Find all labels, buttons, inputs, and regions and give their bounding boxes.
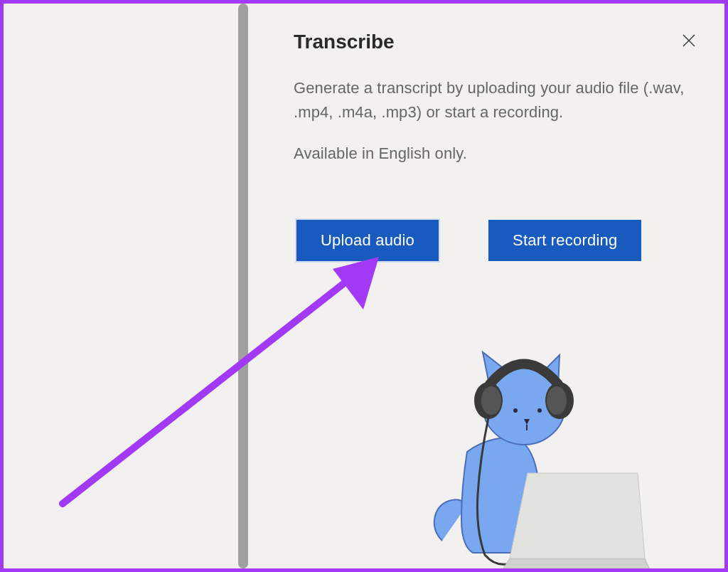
svg-point-4: [481, 386, 501, 415]
panel-header: Transcribe: [294, 31, 696, 53]
button-row: Upload audio Start recording: [296, 220, 696, 261]
document-area: [4, 4, 238, 568]
close-icon[interactable]: [682, 33, 696, 51]
panel-title: Transcribe: [294, 31, 395, 53]
upload-audio-button[interactable]: Upload audio: [296, 220, 439, 261]
cat-illustration: [417, 345, 652, 572]
svg-point-6: [547, 386, 567, 415]
svg-point-7: [513, 408, 518, 413]
svg-point-8: [537, 408, 542, 413]
start-recording-button[interactable]: Start recording: [488, 220, 641, 261]
availability-text: Available in English only.: [294, 144, 696, 163]
vertical-scrollbar[interactable]: [238, 4, 248, 568]
panel-description: Generate a transcript by uploading your …: [294, 76, 696, 125]
